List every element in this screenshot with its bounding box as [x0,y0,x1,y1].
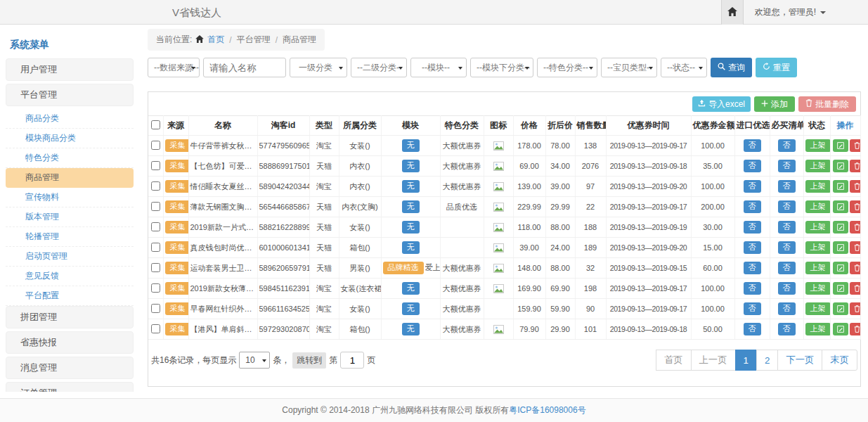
sidebar-item[interactable]: 商品分类 [6,109,134,129]
page-button[interactable]: 2 [756,350,778,371]
edit-button[interactable] [833,200,848,213]
sidebar-item[interactable]: 拼团管理 [6,306,134,328]
imported-toggle[interactable]: 否 [744,241,761,253]
delete-button[interactable] [850,262,861,274]
sidebar-item[interactable]: 订单管理 [6,382,134,392]
sidebar-item[interactable]: 版本管理 [6,207,134,227]
home-button[interactable] [721,0,744,25]
delete-button[interactable] [850,241,861,254]
page-button[interactable]: 首页 [656,350,692,371]
sidebar-item[interactable]: 启动页管理 [6,247,134,267]
imported-toggle[interactable]: 否 [744,302,761,314]
breadcrumb-home-link[interactable]: 首页 [207,34,224,46]
must-buy-toggle[interactable]: 否 [778,160,796,172]
jump-page-input[interactable] [340,352,364,369]
status-toggle[interactable]: 上架 [805,241,831,253]
edit-button[interactable] [833,302,848,315]
edit-button[interactable] [833,262,848,274]
feature-select[interactable]: --特色分类-- [537,58,597,77]
must-buy-toggle[interactable]: 否 [778,221,796,233]
sidebar-item[interactable]: 宣传物料 [6,188,134,207]
source-select[interactable]: --数据来源-- [148,58,200,77]
delete-button[interactable] [850,180,861,193]
module-select[interactable]: --模块-- [410,58,467,77]
status-select[interactable]: --状态-- [661,58,707,77]
row-checkbox[interactable] [151,141,160,150]
row-checkbox[interactable] [151,222,160,231]
status-toggle[interactable]: 上架 [805,302,831,314]
status-toggle[interactable]: 上架 [805,139,831,151]
edit-button[interactable] [833,221,848,234]
page-button[interactable]: 1 [735,350,757,371]
status-toggle[interactable]: 上架 [805,282,831,294]
sidebar-item[interactable]: 意见反馈 [6,267,134,286]
edit-button[interactable] [833,241,848,254]
row-checkbox[interactable] [151,263,160,272]
edit-button[interactable] [833,139,848,152]
row-checkbox[interactable] [151,304,160,313]
sidebar-item[interactable]: 模块商品分类 [6,129,134,148]
must-buy-toggle[interactable]: 否 [778,323,796,335]
edit-button[interactable] [833,323,848,335]
imported-toggle[interactable]: 否 [744,282,761,294]
import-excel-button[interactable]: 导入excel [692,96,751,112]
select-all-checkbox[interactable] [151,120,160,129]
row-checkbox[interactable] [151,181,160,191]
delete-button[interactable] [850,139,861,152]
row-checkbox[interactable] [151,161,160,170]
status-toggle[interactable]: 上架 [805,221,831,233]
row-checkbox[interactable] [151,202,160,211]
edit-button[interactable] [833,282,848,295]
delete-button[interactable] [850,160,861,172]
status-toggle[interactable]: 上架 [805,262,831,274]
sidebar-item[interactable]: 轮播管理 [6,227,134,247]
sidebar-item[interactable]: 平台管理 [6,84,134,106]
must-buy-toggle[interactable]: 否 [778,180,796,192]
must-buy-toggle[interactable]: 否 [778,302,796,314]
page-button[interactable]: 末页 [822,350,857,371]
sidebar-item[interactable]: 消息管理 [6,357,134,379]
must-buy-toggle[interactable]: 否 [778,139,796,151]
imported-toggle[interactable]: 否 [744,221,761,233]
row-checkbox[interactable] [151,324,160,333]
item-type-select[interactable]: --宝贝类型-- [601,58,657,77]
must-buy-toggle[interactable]: 否 [778,262,796,274]
sidebar-item[interactable]: 特色分类 [6,148,134,168]
must-buy-toggle[interactable]: 否 [778,282,796,294]
imported-toggle[interactable]: 否 [744,180,761,192]
search-button[interactable]: 查询 [711,58,752,77]
batch-delete-button[interactable]: 批量删除 [798,96,856,112]
delete-button[interactable] [850,282,861,295]
must-buy-toggle[interactable]: 否 [778,241,796,253]
category1-select[interactable]: 一级分类 [290,58,347,77]
imported-toggle[interactable]: 否 [744,160,761,172]
delete-button[interactable] [850,221,861,234]
delete-button[interactable] [850,323,861,335]
sidebar-item[interactable]: 商品管理 [6,168,134,188]
category2-select[interactable]: --二级分类-- [351,58,407,77]
sidebar-item[interactable]: 省惠快报 [6,331,134,354]
edit-button[interactable] [833,180,848,193]
reset-button[interactable]: 重置 [756,58,797,77]
edit-button[interactable] [833,160,848,172]
delete-button[interactable] [850,200,861,213]
add-button[interactable]: 添加 [754,96,795,112]
status-toggle[interactable]: 上架 [805,180,831,192]
imported-toggle[interactable]: 否 [744,323,761,335]
jump-button[interactable]: 跳转到 [292,352,326,369]
row-checkbox[interactable] [151,243,160,252]
status-toggle[interactable]: 上架 [805,160,831,172]
delete-button[interactable] [850,302,861,315]
per-page-select[interactable]: 10 [239,352,270,369]
imported-toggle[interactable]: 否 [744,262,761,274]
sidebar-item[interactable]: 平台配置 [6,286,134,306]
page-button[interactable]: 上一页 [691,350,736,371]
row-checkbox[interactable] [151,283,160,293]
imported-toggle[interactable]: 否 [744,139,761,151]
module-sub-select[interactable]: --模块下分类-- [470,58,533,77]
status-toggle[interactable]: 上架 [805,200,831,212]
name-search-input[interactable] [203,58,286,77]
sidebar-item[interactable]: 用户管理 [6,58,134,81]
imported-toggle[interactable]: 否 [744,200,761,212]
icp-link[interactable]: 粤ICP备16098006号 [509,404,585,416]
